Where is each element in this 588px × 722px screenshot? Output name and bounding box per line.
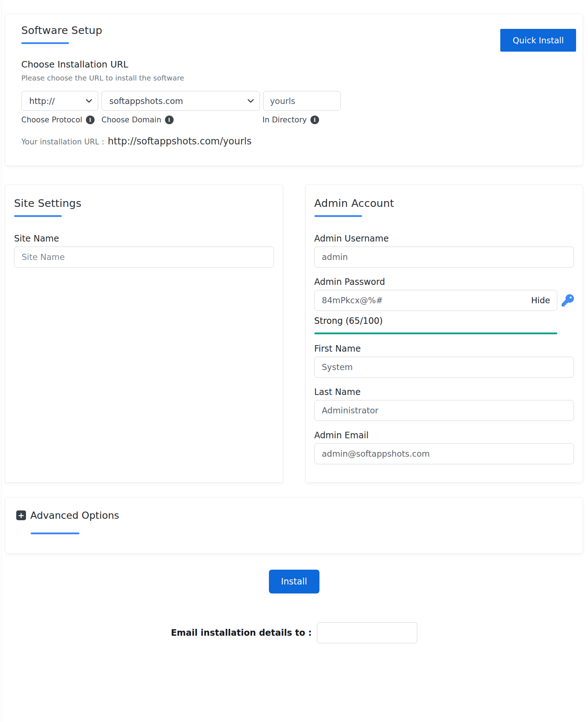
admin-password-row: Hide [314, 290, 574, 311]
admin-password-box: Hide [314, 290, 558, 311]
installation-url-value: http://softappshots.com/yourls [108, 136, 252, 147]
title-underline [31, 532, 79, 534]
info-icon[interactable]: i [86, 116, 95, 124]
first-name-label: First Name [314, 344, 574, 354]
choose-installation-url-subtitle: Please choose the URL to install the sof… [21, 74, 567, 82]
email-details-label: Email installation details to : [171, 628, 312, 638]
admin-password-label: Admin Password [314, 277, 574, 287]
site-settings-title: Site Settings [14, 197, 274, 209]
title-underline [14, 215, 62, 217]
info-icon[interactable]: i [165, 116, 174, 124]
first-name-input[interactable] [314, 357, 574, 378]
advanced-options-toggle[interactable]: + Advanced Options [16, 510, 572, 521]
title-underline [314, 215, 362, 217]
site-name-label: Site Name [14, 234, 274, 244]
admin-username-input[interactable] [314, 247, 574, 268]
in-directory-label-group: In Directory i [262, 116, 340, 124]
plus-icon[interactable]: + [16, 510, 26, 520]
password-strength-text: Strong (65/100) [314, 316, 558, 326]
software-setup-title: Software Setup [21, 24, 567, 36]
admin-password-input[interactable] [314, 290, 558, 311]
installer-page: Quick Install Software Setup Choose Inst… [0, 0, 588, 722]
domain-select-wrap: softappshots.com [101, 91, 260, 111]
choose-protocol-label-group: Choose Protocol i [21, 116, 101, 124]
site-settings-card: Site Settings Site Name [5, 184, 283, 483]
install-row: Install [0, 570, 588, 593]
domain-select[interactable]: softappshots.com [102, 91, 260, 110]
installation-url-line: Your installation URL : http://softappsh… [21, 136, 567, 147]
protocol-select-wrap: http:// [21, 91, 98, 111]
choose-domain-label-group: Choose Domain i [101, 116, 262, 124]
advanced-options-card: + Advanced Options [5, 497, 583, 553]
page-left-hairline [1, 0, 1, 722]
info-icon[interactable]: i [310, 116, 319, 124]
email-details-row: Email installation details to : [0, 622, 588, 643]
installation-url-label: Your installation URL : [21, 138, 104, 146]
directory-input[interactable] [263, 91, 341, 111]
advanced-options-title: Advanced Options [30, 510, 119, 521]
admin-username-label: Admin Username [314, 234, 574, 244]
choose-protocol-label: Choose Protocol [21, 116, 82, 124]
title-underline [21, 42, 69, 44]
admin-email-input[interactable] [314, 443, 574, 464]
last-name-input[interactable] [314, 400, 574, 421]
email-details-input[interactable] [317, 622, 417, 643]
admin-account-title: Admin Account [314, 197, 574, 209]
url-row-labels: Choose Protocol i Choose Domain i In Dir… [21, 116, 567, 124]
admin-email-label: Admin Email [314, 430, 574, 440]
generate-password-key-icon[interactable] [562, 294, 574, 306]
in-directory-label: In Directory [262, 116, 307, 124]
quick-install-button[interactable]: Quick Install [500, 29, 576, 52]
admin-account-card: Admin Account Admin Username Admin Passw… [305, 184, 583, 483]
last-name-label: Last Name [314, 387, 574, 397]
install-button[interactable]: Install [269, 570, 319, 593]
password-hide-toggle[interactable]: Hide [531, 296, 550, 305]
site-name-input[interactable] [14, 247, 274, 268]
password-strength-bar [314, 332, 558, 334]
choose-domain-label: Choose Domain [101, 116, 161, 124]
software-setup-card: Quick Install Software Setup Choose Inst… [5, 14, 583, 166]
choose-installation-url-heading: Choose Installation URL [21, 59, 567, 70]
protocol-select[interactable]: http:// [22, 91, 98, 110]
password-strength-meta: Strong (65/100) [314, 316, 558, 334]
installation-url-row: http:// softappshots.com [21, 91, 567, 111]
settings-columns: Site Settings Site Name Admin Account Ad… [5, 184, 583, 483]
